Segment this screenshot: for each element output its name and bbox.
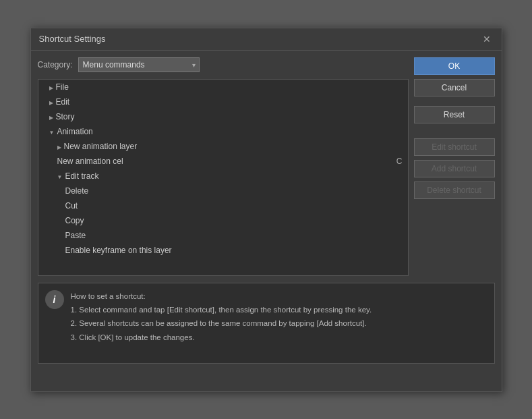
- tree-item-paste[interactable]: Paste: [38, 228, 408, 243]
- dialog-body: Category: Menu commands Tool commands Ot…: [31, 51, 502, 283]
- cancel-button[interactable]: Cancel: [414, 79, 495, 96]
- tree-item-enable-keyframe-label: Enable keyframe on this layer: [65, 246, 172, 255]
- tree-item-cut[interactable]: Cut: [38, 198, 408, 213]
- tree-item-copy-label: Copy: [65, 216, 84, 225]
- ok-button[interactable]: OK: [414, 57, 495, 75]
- tree-scroll[interactable]: File Edit Story: [38, 80, 408, 275]
- close-button[interactable]: ✕: [480, 34, 494, 45]
- tree-item-new-animation-layer[interactable]: New animation layer: [38, 139, 408, 154]
- tree-item-copy[interactable]: Copy: [38, 213, 408, 228]
- info-title: How to set a shortcut:: [71, 290, 372, 302]
- info-step-2: 2. Several shortcuts can be assigned to …: [71, 317, 372, 329]
- tree-item-enable-keyframe[interactable]: Enable keyframe on this layer: [38, 243, 408, 258]
- reset-button[interactable]: Reset: [414, 106, 495, 123]
- tree-item-paste-label: Paste: [65, 231, 86, 240]
- info-box: i How to set a shortcut: 1. Select comma…: [38, 283, 495, 364]
- edit-shortcut-button[interactable]: Edit shortcut: [414, 138, 495, 156]
- tree-item-edit[interactable]: Edit: [38, 94, 408, 109]
- tree-item-edit-label: Edit: [56, 97, 70, 107]
- tree-item-story-label: Story: [56, 112, 75, 121]
- dialog-title: Shortcut Settings: [39, 34, 106, 44]
- chevron-down-icon: [49, 127, 55, 136]
- tree-item-animation-label: Animation: [57, 127, 92, 136]
- info-step-3: 3. Click [OK] to update the changes.: [71, 331, 372, 343]
- info-icon: i: [45, 290, 64, 309]
- chevron-right-icon: [49, 97, 53, 107]
- category-label: Category:: [38, 60, 73, 69]
- tree-item-delete-label: Delete: [65, 186, 89, 196]
- add-shortcut-button[interactable]: Add shortcut: [414, 160, 495, 177]
- tree-item-file-label: File: [56, 82, 69, 92]
- info-text: How to set a shortcut: 1. Select command…: [71, 290, 372, 356]
- tree-item-new-animation-layer-label: New animation layer: [64, 142, 138, 151]
- chevron-right-icon: [49, 112, 53, 121]
- shortcut-key-c: C: [396, 157, 403, 166]
- title-bar: Shortcut Settings ✕: [31, 28, 502, 51]
- chevron-right-icon: [49, 82, 53, 92]
- left-panel: Category: Menu commands Tool commands Ot…: [38, 57, 409, 276]
- category-select-wrapper: Menu commands Tool commands Other comman…: [78, 57, 200, 72]
- right-panel: OK Cancel Reset Edit shortcut Add shortc…: [414, 57, 495, 276]
- chevron-right-icon: [57, 142, 61, 151]
- tree-item-story[interactable]: Story: [38, 109, 408, 124]
- shortcut-settings-dialog: Shortcut Settings ✕ Category: Menu comma…: [30, 28, 502, 392]
- tree-panel: File Edit Story: [38, 79, 409, 276]
- tree-item-file[interactable]: File: [38, 80, 408, 94]
- tree-item-delete[interactable]: Delete: [38, 184, 408, 198]
- tree-item-new-animation-cel-label: New animation cel: [57, 157, 123, 166]
- tree-item-animation[interactable]: Animation: [38, 124, 408, 139]
- tree-item-new-animation-cel[interactable]: New animation cel C: [38, 154, 408, 169]
- category-select[interactable]: Menu commands Tool commands Other comman…: [78, 57, 200, 72]
- tree-item-edit-track-label: Edit track: [65, 171, 98, 181]
- info-step-1: 1. Select command and tap [Edit shortcut…: [71, 304, 372, 316]
- tree-item-cut-label: Cut: [65, 201, 78, 211]
- category-row: Category: Menu commands Tool commands Ot…: [38, 57, 409, 72]
- tree-item-edit-track[interactable]: Edit track: [38, 169, 408, 184]
- chevron-down-icon: [57, 171, 63, 181]
- delete-shortcut-button[interactable]: Delete shortcut: [414, 181, 495, 199]
